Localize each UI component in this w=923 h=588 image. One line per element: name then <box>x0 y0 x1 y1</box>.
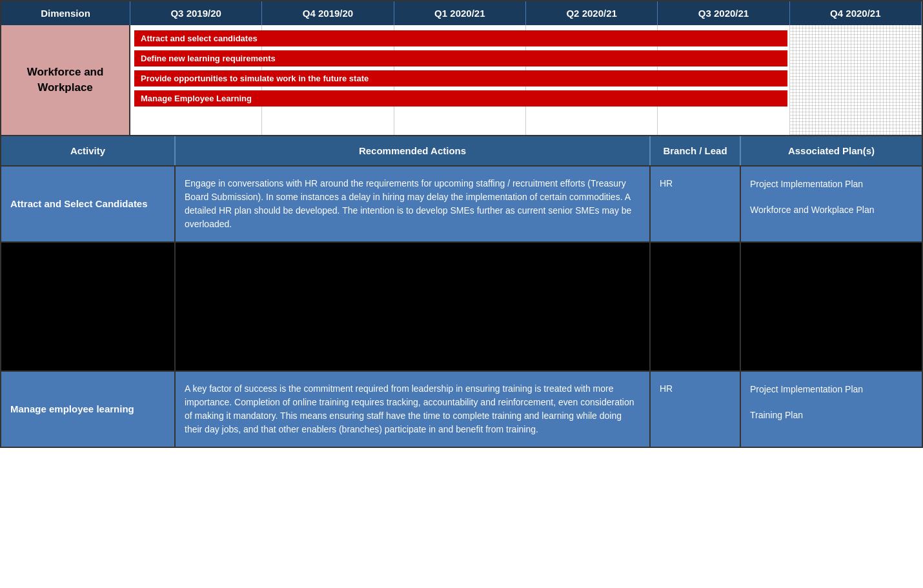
table-row-attract: Attract and Select Candidates Engage in … <box>1 165 922 241</box>
recommended-attract: Engage in conversations with HR around t… <box>176 167 651 241</box>
recommended-manage: A key factor of success is the commitmen… <box>176 372 651 447</box>
plan-item-1: Project Implementation Plan <box>750 177 913 191</box>
plan-item-manage-1: Project Implementation Plan <box>750 382 913 396</box>
gantt-bar-manage: Manage Employee Learning <box>134 90 787 106</box>
gantt-col-q4-2019: Q4 2019/20 <box>262 1 394 25</box>
plans-empty <box>741 243 922 370</box>
gantt-bar-learning: Define new learning requirements <box>134 50 787 66</box>
gantt-bar-attract: Attract and select candidates <box>134 30 787 46</box>
gantt-bars-area: Attract and select candidates Define new… <box>130 25 922 135</box>
table-header-row: Activity Recommended Actions Branch / Le… <box>1 136 922 165</box>
activity-attract: Attract and Select Candidates <box>1 167 176 241</box>
gantt-col-q4-2020: Q4 2020/21 <box>790 1 922 25</box>
plan-item-2: Workforce and Workplace Plan <box>750 203 913 217</box>
table-row-manage: Manage employee learning A key factor of… <box>1 370 922 447</box>
plan-item-manage-2: Training Plan <box>750 408 913 422</box>
col-header-branch: Branch / Lead <box>651 136 741 165</box>
recommended-empty <box>176 243 651 370</box>
table-row-empty <box>1 241 922 370</box>
branch-empty <box>651 243 741 370</box>
gantt-chart: Dimension Q3 2019/20 Q4 2019/20 Q1 2020/… <box>0 0 923 136</box>
gantt-dimension-header: Dimension <box>1 1 130 25</box>
branch-manage: HR <box>651 372 741 447</box>
col-header-activity: Activity <box>1 136 176 165</box>
gantt-bar-simulate: Provide opportunities to simulate work i… <box>134 70 787 86</box>
gantt-col-q2-2020: Q2 2020/21 <box>526 1 658 25</box>
gantt-col-q1-2020: Q1 2020/21 <box>394 1 526 25</box>
plans-attract: Project Implementation Plan Workforce an… <box>741 167 922 241</box>
gantt-body: Workforce and Workplace Attract and sele… <box>1 25 922 135</box>
gantt-col-q3-2019: Q3 2019/20 <box>130 1 262 25</box>
branch-attract: HR <box>651 167 741 241</box>
col-header-plans: Associated Plan(s) <box>741 136 922 165</box>
gantt-dimension-workforce: Workforce and Workplace <box>1 25 130 135</box>
gantt-col-q3-2020: Q3 2020/21 <box>658 1 789 25</box>
activity-manage: Manage employee learning <box>1 372 176 447</box>
gantt-bars-content: Attract and select candidates Define new… <box>130 25 922 116</box>
col-header-recommended: Recommended Actions <box>176 136 651 165</box>
activity-empty <box>1 243 176 370</box>
gantt-header: Dimension Q3 2019/20 Q4 2019/20 Q1 2020/… <box>1 1 922 25</box>
plans-manage: Project Implementation Plan Training Pla… <box>741 372 922 447</box>
activity-table: Activity Recommended Actions Branch / Le… <box>0 136 923 448</box>
